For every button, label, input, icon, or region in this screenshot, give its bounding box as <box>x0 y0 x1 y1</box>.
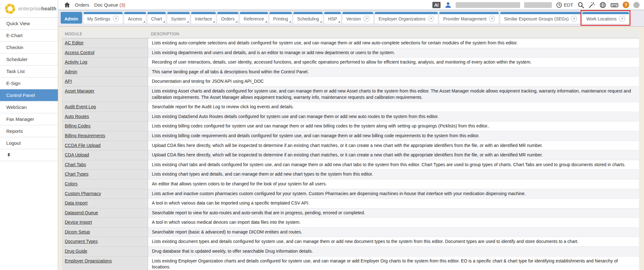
module-description: Upload CDA files here directly, which wi… <box>148 150 639 160</box>
module-link[interactable]: Asset Manager <box>65 88 94 93</box>
wand-icon[interactable] <box>588 2 595 8</box>
breadcrumb-orders[interactable]: Orders <box>75 2 89 8</box>
module-link[interactable]: Audit Event Log <box>65 104 96 109</box>
sidebar-item-label: Control Panel <box>6 93 35 98</box>
main-column: Orders Doc Queue (3) AI EDT <box>58 0 644 270</box>
module-description: Lists existing chart types and details, … <box>148 170 639 179</box>
tab-printing[interactable]: Printing <box>269 12 292 24</box>
sidebar-item-e-chart[interactable]: E-Chart <box>0 30 58 42</box>
timezone-indicator[interactable]: EDT <box>556 2 573 8</box>
sidebar-nav: Quick View E-Chart Checkin Scheduler Tas… <box>0 18 58 149</box>
tab-label: Similar Exposure Groups (SEGs) <box>504 16 569 21</box>
module-link[interactable]: Chart Tabs <box>65 162 86 167</box>
ai-badge[interactable]: AI <box>432 2 441 8</box>
open-popup-icon[interactable] <box>571 16 577 22</box>
module-description: Lists existing Employer Organization cha… <box>148 256 639 270</box>
module-link[interactable]: Billing Codes <box>65 123 91 128</box>
column-header-description: DESCRIPTION <box>148 32 639 36</box>
module-link[interactable]: CCDA File Upload <box>65 143 101 148</box>
tab-similar-exposure-groups-segs[interactable]: Similar Exposure Groups (SEGs) <box>500 12 581 24</box>
open-popup-icon[interactable] <box>428 16 434 22</box>
globe-icon[interactable] <box>599 2 606 8</box>
module-link[interactable]: AC Editor <box>65 40 84 45</box>
table-row: AC Editor Lists existing auto-complete s… <box>62 38 639 48</box>
module-link[interactable]: Device Import <box>65 220 92 225</box>
module-link[interactable]: API <box>65 79 72 84</box>
table-row: Datasend Queue Searchable report to view… <box>62 208 639 218</box>
tab-interface[interactable]: Interface <box>191 12 216 24</box>
user-icon[interactable] <box>445 2 452 8</box>
module-cell: Custom Pharmacy <box>62 189 148 199</box>
module-cell: Chart Types <box>62 170 148 179</box>
help-icon[interactable]: ? <box>623 2 629 8</box>
module-cell: CDA Upload <box>62 150 148 160</box>
module-link[interactable]: Billing Requirements <box>65 133 105 138</box>
module-link[interactable]: Colors <box>65 181 77 186</box>
module-description: Lists existing departments and users and… <box>148 48 639 58</box>
module-link[interactable]: Admin <box>65 69 77 74</box>
presence-icon <box>633 2 640 8</box>
tab-provider-management[interactable]: Provider Management <box>439 12 499 24</box>
sidebar-item-fax-manager[interactable]: Fax Manager <box>0 113 58 125</box>
sidebar-item-quick-view[interactable]: Quick View <box>0 18 58 30</box>
module-link[interactable]: Custom Pharmacy <box>65 191 101 196</box>
module-link[interactable]: Activity Log <box>65 59 87 65</box>
tab-admin[interactable]: Admin <box>61 12 82 24</box>
tab-label: Admin <box>64 16 78 21</box>
tab-work-locations[interactable]: Work Locations <box>582 12 629 24</box>
sidebar-item-logout[interactable]: Logout <box>0 137 58 149</box>
tab-my-settings[interactable]: My Settings <box>84 12 123 24</box>
sidebar-item-task-list[interactable]: Task List <box>0 65 58 77</box>
home-icon[interactable] <box>64 2 70 8</box>
table-row: Billing Codes Lists existing billing cod… <box>62 121 639 131</box>
module-link[interactable]: Document Types <box>65 239 98 244</box>
table-row: Asset Manager Lists existing Asset chart… <box>62 87 639 102</box>
sidebar-item-webscan[interactable]: WebScan <box>0 101 58 113</box>
sidebar-item-reports[interactable]: Reports <box>0 125 58 137</box>
tab-system[interactable]: System <box>167 12 190 24</box>
module-description: Recording of user interactions, details,… <box>148 58 639 67</box>
open-popup-icon[interactable] <box>619 16 625 22</box>
modules-table: MODULE DESCRIPTION AC Editor Lists exist… <box>62 30 639 270</box>
sidebar-pin-row[interactable] <box>0 149 58 161</box>
sidebar-item-checkin[interactable]: Checkin <box>0 42 58 53</box>
tab-scheduling[interactable]: Scheduling <box>293 12 323 24</box>
module-link[interactable]: Dicom Setup <box>65 229 90 234</box>
tab-label: Interface <box>195 16 212 21</box>
module-link[interactable]: Employer Organizations <box>65 258 112 263</box>
sidebar-item-e-sign[interactable]: E-Sign <box>0 77 58 89</box>
tab-reference[interactable]: Reference <box>240 12 268 24</box>
search-icon[interactable] <box>577 2 584 8</box>
tab-version[interactable]: Version <box>342 12 373 24</box>
module-link[interactable]: Data import <box>65 200 87 205</box>
open-popup-icon[interactable] <box>364 16 369 22</box>
module-link[interactable]: Drug Guide <box>65 249 87 254</box>
doc-queue-count-badge: (3) <box>119 2 125 8</box>
module-link[interactable]: Auto Routes <box>65 114 89 119</box>
table-row: Data import A tool in which various data… <box>62 199 639 208</box>
module-description: Searchable report to view for auto-route… <box>148 208 639 218</box>
tab-orders[interactable]: Orders <box>217 12 238 24</box>
tab-employer-organizations[interactable]: Employer Organizations <box>375 12 438 24</box>
tab-chart[interactable]: Chart <box>147 12 166 24</box>
tab-access[interactable]: Access <box>124 12 146 24</box>
left-sidebar: enterprisehealth Quick View E-Chart Chec… <box>0 0 58 270</box>
redacted-user-text <box>524 2 552 8</box>
tab-hsp[interactable]: HSP <box>324 12 341 24</box>
table-row: Chart Tabs Lists existing chart tabs and… <box>62 160 639 170</box>
tab-label: Work Locations <box>586 16 616 21</box>
sidebar-item-scheduler[interactable]: Scheduler <box>0 53 58 65</box>
table-row: Custom Pharmacy Lists active and inactiv… <box>62 189 639 199</box>
keyboard-icon[interactable] <box>610 2 619 8</box>
open-popup-icon[interactable] <box>489 16 495 22</box>
module-link[interactable]: Datasend Queue <box>65 210 98 215</box>
module-link[interactable]: Access Control <box>65 50 94 55</box>
module-link[interactable]: CDA Upload <box>65 152 89 157</box>
top-bar: Orders Doc Queue (3) AI EDT <box>58 0 644 10</box>
module-link[interactable]: Chart Types <box>65 172 88 177</box>
sidebar-item-control-panel[interactable]: Control Panel <box>0 89 58 101</box>
open-popup-icon[interactable] <box>113 16 119 22</box>
tab-label: System <box>171 16 186 21</box>
pin-icon[interactable] <box>6 153 11 158</box>
breadcrumb-doc-queue[interactable]: Doc Queue (3) <box>94 2 125 8</box>
